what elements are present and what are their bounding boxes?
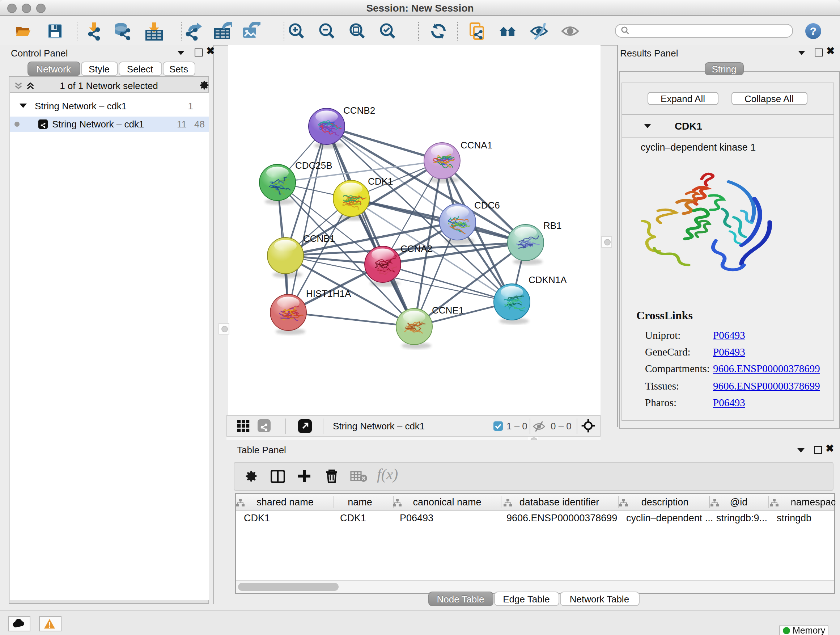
svg-text:CCNB2: CCNB2 — [343, 105, 375, 116]
svg-text:CCNA2: CCNA2 — [401, 243, 432, 254]
svg-text:CCNA1: CCNA1 — [461, 140, 493, 150]
svg-text:CDKN1A: CDKN1A — [529, 274, 567, 285]
svg-text:CDK1: CDK1 — [368, 176, 393, 187]
svg-text:CCNE1: CCNE1 — [432, 305, 464, 316]
svg-text:CCNB1: CCNB1 — [303, 233, 335, 244]
svg-text:RB1: RB1 — [543, 220, 562, 231]
svg-text:CDC6: CDC6 — [474, 200, 500, 211]
svg-text:CDC25B: CDC25B — [295, 160, 332, 171]
svg-text:HIST1H1A: HIST1H1A — [306, 288, 351, 299]
